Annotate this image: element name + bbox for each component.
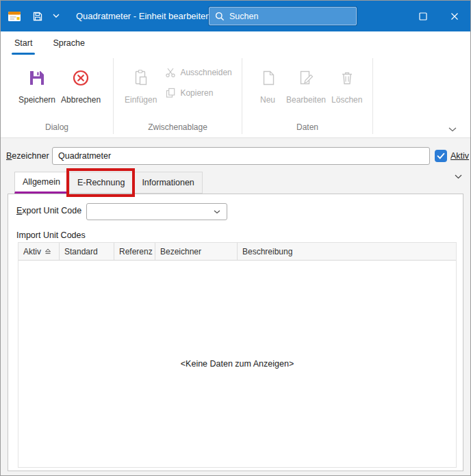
speichern-button[interactable]: Speichern [16,62,58,106]
neu-button[interactable]: Neu [252,62,283,106]
search-placeholder: Suchen [229,12,258,21]
export-unit-code-label: Export Unit Code [16,206,81,215]
edit-unit-dialog: Quadratmeter - Einheit bearbeiten Suchen [0,0,471,476]
chevron-down-icon [214,210,220,214]
tab-allgemein[interactable]: Allgemein [14,172,68,194]
empty-message: <Keine Daten zum Anzeigen> [181,359,294,369]
group-label-zwischenablage: Zwischenablage [114,120,242,137]
quick-access-chevron-down-icon[interactable] [53,14,60,18]
column-header-aktiv[interactable]: Aktiv [18,243,60,260]
import-unit-codes-label: Import Unit Codes [16,230,86,240]
ribbon-group-dialog: Speichern Abbrechen Dialog [1,55,113,137]
bearbeiten-button[interactable]: Bearbeiten [283,62,329,106]
column-header-bezeichner[interactable]: Bezeichner [155,243,238,260]
table-empty-area: <Keine Daten zum Anzeigen> [18,261,456,467]
ribbon-group-zwischenablage: Einfügen Ausschneiden [114,55,242,137]
cancel-icon [71,63,90,93]
group-label-daten: Daten [242,120,372,137]
export-unit-code-dropdown[interactable] [86,203,227,220]
abbrechen-label: Abbrechen [61,96,101,105]
ribbon-tab-start[interactable]: Start [13,31,34,55]
cut-icon [165,67,176,78]
ribbon: Speichern Abbrechen Dialog [1,55,470,138]
save-icon [27,63,47,93]
kopieren-button[interactable]: Kopieren [162,88,234,98]
panel-collapse-chevron-icon[interactable] [455,174,462,179]
loeschen-label: Löschen [331,96,362,105]
tab-e-rechnung[interactable]: E-Rechnung [69,172,133,194]
ausschneiden-button[interactable]: Ausschneiden [162,67,234,78]
new-icon [259,63,277,93]
column-header-referenz[interactable]: Referenz [114,243,155,260]
close-button[interactable] [439,1,470,31]
loeschen-button[interactable]: Löschen [329,62,365,106]
search-icon [215,12,225,21]
bezeichner-label: Bezeichner [6,147,49,165]
einfuegen-button[interactable]: Einfügen [122,62,160,106]
page-tabstrip: Allgemein E-Rechnung Informationen [14,172,203,194]
sort-ascending-icon [44,248,51,254]
column-header-standard[interactable]: Standard [60,243,114,260]
ribbon-overflow-area [373,55,470,137]
tab-informationen[interactable]: Informationen [133,172,202,194]
abbrechen-button[interactable]: Abbrechen [58,62,103,106]
ribbon-tab-sprache[interactable]: Sprache [51,31,86,55]
import-unit-codes-table: Aktiv Standard Referenz Bezeichner Besch… [18,242,457,468]
quick-access-save-icon[interactable] [32,11,43,22]
dialog-body: Bezeichner Aktiv Allgemein E-Rechnung In… [1,138,470,475]
aktiv-label: Aktiv [450,147,469,165]
ribbon-tab-row: Start Sprache [1,31,470,55]
neu-label: Neu [260,96,275,105]
window-title: Quadratmeter - Einheit bearbeiten [76,11,211,21]
paste-icon [132,63,150,93]
aktiv-checkbox[interactable] [435,150,447,162]
edit-icon [297,63,315,93]
window-controls [407,1,470,31]
group-label-dialog: Dialog [1,120,113,137]
speichern-label: Speichern [18,96,55,105]
delete-icon [338,63,356,93]
copy-icon [165,88,176,98]
einfuegen-label: Einfügen [125,96,157,105]
maximize-button[interactable] [407,1,439,31]
bearbeiten-label: Bearbeiten [286,96,326,105]
column-header-beschreibung[interactable]: Beschreibung [238,243,456,260]
ribbon-group-daten: Neu Bearbeiten [242,55,372,137]
ausschneiden-label: Ausschneiden [180,68,231,77]
ribbon-collapse-chevron-icon[interactable] [448,127,457,132]
titlebar: Quadratmeter - Einheit bearbeiten Suchen [1,1,470,31]
kopieren-label: Kopieren [180,88,213,98]
check-icon [437,153,445,159]
column-header-aktiv-label: Aktiv [23,247,41,256]
search-box[interactable]: Suchen [209,7,357,25]
table-header-row: Aktiv Standard Referenz Bezeichner Besch… [18,243,456,261]
e-rechnung-panel: Export Unit Code Import Unit Codes Aktiv [8,194,463,471]
bezeichner-input[interactable] [52,147,430,165]
export-unit-code-value [87,207,98,216]
app-icon [8,10,21,23]
